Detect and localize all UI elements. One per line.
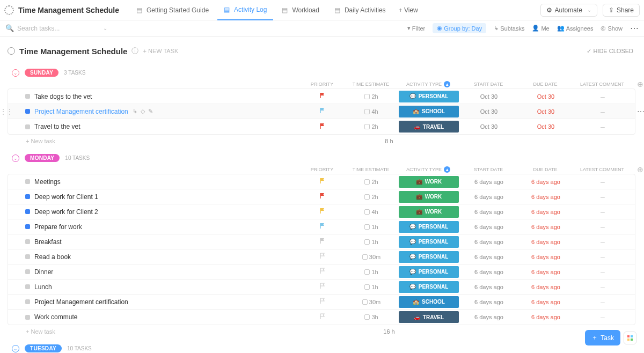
status-square[interactable] [25,315,30,320]
priority-cell[interactable] [301,92,344,100]
col-due-date[interactable]: DUE DATE [518,167,572,172]
drag-icon[interactable]: ⋮⋮ [0,108,13,115]
activity-pill[interactable]: 💬PERSONAL [399,236,459,248]
add-column-button[interactable]: ⊕ [632,165,644,174]
col-priority[interactable]: PRIORITY [301,167,343,172]
col-activity-type[interactable]: ACTIVITY TYPE▲ [398,166,458,173]
col-time-estimate[interactable]: TIME ESTIMATE [347,82,395,87]
activity-pill[interactable]: 🚗TRAVEL [399,121,459,133]
task-name[interactable]: Project Management certification [34,108,128,115]
col-start-date[interactable]: START DATE [462,82,515,87]
col-time-estimate[interactable]: TIME ESTIMATE [347,167,395,172]
comment-cell[interactable]: – [576,238,630,246]
comment-cell[interactable]: – [576,122,630,131]
view-tab[interactable]: ▤Getting Started Guide [130,0,215,20]
start-date-cell[interactable]: 6 days ago [462,254,516,260]
status-square[interactable] [25,284,30,289]
start-date-cell[interactable]: 6 days ago [462,224,516,230]
comment-cell[interactable]: – [576,193,630,201]
estimate-cell[interactable]: 1h [347,239,396,245]
share-button[interactable]: ⇪ Share [603,4,640,17]
estimate-cell[interactable]: 1h [347,269,396,275]
due-date-cell[interactable]: Oct 30 [519,108,573,115]
due-date-cell[interactable]: 6 days ago [519,224,573,230]
add-view-button[interactable]: + View [392,0,425,20]
edit-icon[interactable]: ✎ [148,108,153,115]
priority-cell[interactable] [301,238,344,246]
subtasks-button[interactable]: ↳Subtasks [494,25,524,32]
due-date-cell[interactable]: 6 days ago [519,269,573,275]
activity-pill[interactable]: 💬PERSONAL [399,221,459,233]
new-task-fab[interactable]: ＋ Task [585,330,620,345]
comment-cell[interactable]: – [576,253,630,261]
priority-cell[interactable] [301,178,344,186]
start-date-cell[interactable]: 6 days ago [462,269,516,275]
task-row[interactable]: Prepare for work1h💬PERSONAL6 days ago6 d… [8,219,635,234]
estimate-cell[interactable]: 2h [347,194,396,200]
status-circle-icon[interactable] [8,47,15,55]
subtask-icon[interactable]: ↳ [133,108,137,115]
col-priority[interactable]: PRIORITY [301,82,343,87]
due-date-cell[interactable]: 6 days ago [519,239,573,245]
start-date-cell[interactable]: 6 days ago [462,284,516,290]
collapse-button[interactable]: ⌄ [12,155,19,162]
view-tab[interactable]: ▤Daily Activities [328,0,392,20]
new-task-button[interactable]: + NEW TASK [143,48,178,54]
task-row[interactable]: Breakfast1h💬PERSONAL6 days ago6 days ago… [8,234,635,249]
start-date-cell[interactable]: Oct 30 [462,123,516,130]
automate-button[interactable]: ⚙ Automate ⌄ [540,4,597,17]
new-task-below-button[interactable]: + New task [26,328,316,335]
estimate-cell[interactable]: 1h [347,284,396,290]
priority-cell[interactable] [301,283,344,291]
priority-cell[interactable] [301,298,344,306]
status-square[interactable] [25,124,30,129]
task-name[interactable]: Meetings [34,178,61,186]
task-name[interactable]: Travel to the vet [34,123,80,130]
col-start-date[interactable]: START DATE [462,167,515,172]
task-row[interactable]: Deep work for Client 12h💼WORK6 days ago6… [8,189,635,204]
activity-pill[interactable]: 🚗TRAVEL [399,311,459,323]
activity-pill[interactable]: 💼WORK [399,206,459,218]
status-square[interactable] [25,299,30,304]
activity-pill[interactable]: 🏫SCHOOL [399,296,459,308]
activity-pill[interactable]: 🏫SCHOOL [399,106,459,117]
due-date-cell[interactable]: 6 days ago [519,284,573,290]
comment-cell[interactable]: – [576,208,630,216]
task-name[interactable]: Breakfast [34,238,62,246]
estimate-cell[interactable]: 4h [347,108,396,115]
estimate-cell[interactable]: 4h [347,209,396,215]
day-pill[interactable]: SUNDAY [25,69,58,77]
estimate-cell[interactable]: 1h [347,224,396,230]
comment-cell[interactable]: – [576,223,630,231]
due-date-cell[interactable]: 6 days ago [519,299,573,305]
task-name[interactable]: Read a book [34,253,71,261]
assignees-button[interactable]: 👥Assignees [557,25,594,32]
collapse-button[interactable]: ⌄ [12,69,19,77]
due-date-cell[interactable]: 6 days ago [519,194,573,200]
due-date-cell[interactable]: 6 days ago [519,209,573,215]
view-tab[interactable]: ▤Workload [275,0,325,20]
estimate-cell[interactable]: 2h [347,93,396,100]
task-name[interactable]: Lunch [34,283,52,291]
col-activity-type[interactable]: ACTIVITY TYPE▲ [398,81,458,87]
row-handle[interactable]: ○⋮⋮ [0,104,13,119]
estimate-cell[interactable]: 3h [347,314,396,320]
status-square[interactable] [25,239,30,244]
day-pill[interactable]: MONDAY [25,154,60,162]
priority-cell[interactable] [301,253,344,261]
task-name[interactable]: Project Management certification [34,298,128,306]
task-name[interactable]: Deep work for Client 1 [34,193,98,201]
activity-pill[interactable]: 💬PERSONAL [399,266,459,278]
start-date-cell[interactable]: 6 days ago [462,209,516,215]
status-square[interactable] [25,209,30,214]
task-row[interactable]: Travel to the vet2h🚗TRAVELOct 30Oct 30– [8,119,635,134]
comment-cell[interactable]: – [576,298,630,306]
comment-cell[interactable]: – [576,283,630,291]
new-task-below-button[interactable]: + New task [26,138,316,144]
start-date-cell[interactable]: 6 days ago [462,179,516,185]
estimate-cell[interactable]: 2h [347,123,396,130]
task-name[interactable]: Dinner [34,268,53,276]
comment-cell[interactable]: – [576,107,630,116]
start-date-cell[interactable]: Oct 30 [462,108,516,115]
estimate-cell[interactable]: 30m [347,254,396,260]
